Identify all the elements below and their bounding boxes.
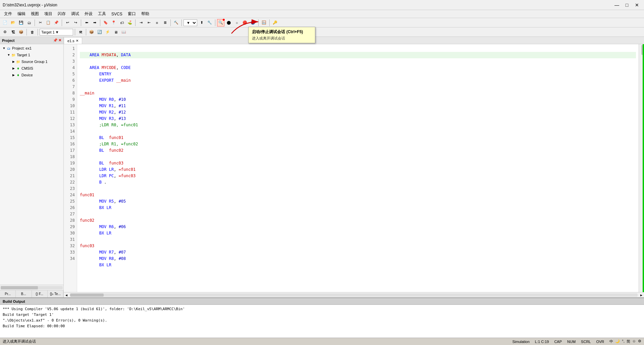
- device-item[interactable]: ▶ ♦ Device: [1, 72, 63, 78]
- redo-btn[interactable]: ↪: [72, 19, 79, 26]
- build-output-header: Build Output: [0, 298, 644, 305]
- project-hscroll[interactable]: [0, 285, 63, 290]
- simplified-btn[interactable]: 简: [627, 339, 630, 344]
- device-icon: ♦: [15, 72, 21, 78]
- proj-tab-templates[interactable]: {}₀ Te...: [48, 290, 63, 297]
- moon-btn[interactable]: 🌙: [615, 339, 620, 344]
- emoji-btn[interactable]: ☺: [632, 339, 636, 344]
- new-file-btn[interactable]: 📄: [1, 19, 9, 26]
- expand-icon-target1[interactable]: ▼: [7, 53, 11, 57]
- menu-file[interactable]: 文件: [1, 10, 15, 17]
- bookmark2-btn[interactable]: 📍: [110, 19, 117, 26]
- copy-btn[interactable]: 📋: [45, 19, 52, 26]
- editor-area: e1.s ✕ 1 2 3 4 5 6 7 8 9 10 11: [64, 37, 644, 297]
- proj-tab-project[interactable]: Pr...: [0, 290, 16, 297]
- build-line-3: ".\Objects\ex1.axf" - 0 Error(s), 0 Warn…: [3, 318, 641, 323]
- editor-tab-close[interactable]: ✕: [76, 39, 78, 43]
- proj-tab-functions[interactable]: {} F...: [32, 290, 48, 297]
- degree-btn[interactable]: °,: [622, 339, 624, 344]
- menu-tools[interactable]: 工具: [95, 10, 109, 17]
- power-btn[interactable]: ⚡: [104, 28, 111, 36]
- expand-icon-sg1[interactable]: ▶: [11, 60, 15, 64]
- code-line-32: MOV R7, #07: [80, 250, 126, 255]
- undo-btn[interactable]: ↩: [64, 19, 71, 26]
- project-close-btn[interactable]: ✕: [58, 38, 61, 43]
- build-btn[interactable]: 🔨: [172, 19, 180, 26]
- settings-btn[interactable]: ⚙: [638, 339, 641, 344]
- debug-win-btn[interactable]: 🖥: [112, 28, 119, 36]
- menu-project[interactable]: 项目: [42, 10, 55, 17]
- code-line-24: MOV R5, #05: [80, 199, 126, 204]
- right-scrollbar[interactable]: [639, 44, 644, 292]
- minimize-button[interactable]: —: [612, 2, 621, 8]
- hscroll-track: [70, 293, 638, 297]
- bookmark-btn[interactable]: 🔖: [102, 19, 109, 26]
- project-pin-btn[interactable]: 📌: [53, 38, 58, 43]
- batch-btn[interactable]: 📦: [17, 28, 25, 36]
- config-dropdown[interactable]: ▼: [183, 19, 197, 26]
- indent3-btn[interactable]: ≣: [161, 19, 169, 26]
- editor-tab-e1s[interactable]: e1.s ✕: [64, 37, 82, 44]
- save-btn[interactable]: 💾: [17, 19, 25, 26]
- nav-fwd-btn[interactable]: ➡: [91, 19, 98, 26]
- editor-hscrollbar[interactable]: ◂ ▸: [64, 292, 644, 297]
- menu-flash[interactable]: 闪存: [55, 10, 68, 17]
- nav-back-btn[interactable]: ⬅: [83, 19, 90, 26]
- bookmark3-btn[interactable]: 🏷: [118, 19, 125, 26]
- proj-tab-books[interactable]: B...: [16, 290, 32, 297]
- paste-btn[interactable]: 📌: [53, 19, 60, 26]
- compile-btn[interactable]: ⚙: [1, 28, 9, 36]
- expand-icon-cmsis[interactable]: ▶: [11, 66, 15, 70]
- config2-btn[interactable]: 🔵: [249, 19, 257, 26]
- menu-edit[interactable]: 编辑: [15, 10, 28, 17]
- expand-icon-device[interactable]: ▶: [11, 73, 15, 77]
- close-button[interactable]: ✕: [633, 2, 641, 8]
- pack-btn[interactable]: 📦: [88, 28, 95, 36]
- menu-help[interactable]: 帮助: [139, 10, 152, 17]
- menu-debug[interactable]: 调试: [68, 10, 82, 17]
- rtx-btn[interactable]: 🔄: [96, 28, 103, 36]
- load-btn[interactable]: ⬆: [198, 19, 205, 26]
- clean-btn[interactable]: 🗑: [29, 28, 36, 36]
- expand-icon-root[interactable]: ▼: [2, 46, 6, 50]
- menu-peripheral[interactable]: 外设: [82, 10, 95, 17]
- save-all-btn[interactable]: 🗂: [25, 19, 33, 26]
- indent-btn[interactable]: ⇥: [137, 19, 145, 26]
- cmsis-item[interactable]: ▶ ♦ CMSIS: [1, 65, 63, 72]
- bookmark4-btn[interactable]: ⛳: [126, 19, 133, 26]
- debug-config-btn[interactable]: 🛠: [77, 28, 84, 36]
- window-btn[interactable]: 🪟: [260, 19, 268, 26]
- start-debug-btn[interactable]: 🔍: [217, 19, 224, 26]
- target-selector[interactable]: Target 1 ▼: [40, 29, 73, 36]
- project-root[interactable]: ▼ 🗂 Project: ex1: [1, 45, 63, 52]
- stop-debug-btn[interactable]: ⬤: [225, 19, 232, 26]
- doc-btn[interactable]: 📖: [120, 28, 127, 36]
- open-file-btn[interactable]: 📂: [9, 19, 17, 26]
- menu-bar: 文件 编辑 视图 项目 闪存 调试 外设 工具 SVCS 窗口 帮助: [0, 10, 644, 18]
- indent2-btn[interactable]: ≡: [153, 19, 161, 26]
- scroll-left-btn[interactable]: ◂: [64, 293, 69, 297]
- maximize-button[interactable]: □: [623, 2, 631, 8]
- menu-view[interactable]: 视图: [28, 10, 42, 17]
- debug-settings-btn[interactable]: 🔧: [206, 19, 213, 26]
- tooltip-subtitle: 进入或离开调试会话: [252, 36, 312, 41]
- target1-item[interactable]: ▼ 📁 Target 1: [1, 52, 63, 58]
- status-right: Simulation L:1 C:19 CAP NUM SCRL OVR 中 🌙…: [512, 339, 641, 344]
- tools2-btn[interactable]: 🔑: [271, 19, 279, 26]
- cut-btn[interactable]: ✂: [37, 19, 44, 26]
- reset-btn[interactable]: ○: [233, 19, 240, 26]
- kill-btn[interactable]: 🔴: [241, 19, 249, 26]
- menu-window[interactable]: 窗口: [125, 10, 139, 17]
- hscroll-thumb[interactable]: [70, 293, 104, 297]
- code-content[interactable]: AREA MYDATA, DATA AREA MYCODE, CODE ENTR…: [77, 44, 639, 292]
- build-output-content[interactable]: *** Using Compiler 'V5.06 update 1 (buil…: [0, 305, 644, 338]
- line-num-33: 33: [64, 249, 75, 256]
- menu-svcs[interactable]: SVCS: [109, 11, 125, 17]
- unindent-btn[interactable]: ⇤: [145, 19, 153, 26]
- source-group1-item[interactable]: ▶ 📁 Source Group 1: [1, 58, 63, 65]
- build-all-btn[interactable]: 🏗: [9, 28, 17, 36]
- scroll-right-btn[interactable]: ▸: [639, 293, 644, 297]
- zh-cn-btn[interactable]: 中: [609, 339, 613, 344]
- line-num-28: 28: [64, 217, 75, 224]
- project-hscroll-thumb[interactable]: [1, 286, 38, 289]
